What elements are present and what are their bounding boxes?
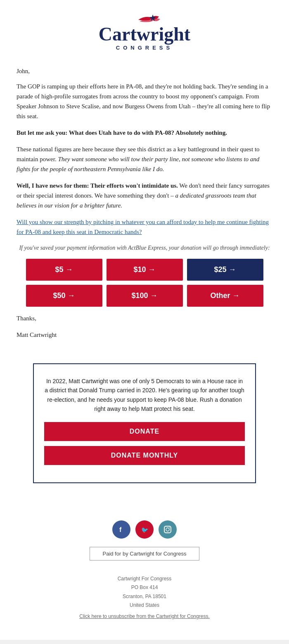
paragraph-3: Well, I have news for them: Their effort… — [17, 181, 272, 210]
address-line-3: Scranton, PA 18501 — [0, 592, 289, 601]
svg-text:Cartwright: Cartwright — [99, 24, 191, 45]
footer-address: Cartwright For Congress PO Box 414 Scran… — [0, 575, 289, 610]
instagram-icon[interactable] — [159, 520, 177, 539]
donate-other-button[interactable]: Other → — [187, 285, 263, 307]
donate-50-button[interactable]: $50 → — [26, 285, 102, 307]
address-line-2: PO Box 414 — [0, 583, 289, 592]
address-line-4: United States — [0, 601, 289, 610]
svg-text:f: f — [119, 526, 122, 533]
donate-5-button[interactable]: $5 → — [26, 259, 102, 281]
email-wrapper: Cartwright CONGRESS John, The GOP is ram… — [0, 0, 289, 640]
info-box: In 2022, Matt Cartwright was one of only… — [33, 363, 256, 483]
donate-100-button[interactable]: $100 → — [107, 285, 183, 307]
donation-buttons: $5 → $10 → $25 → $50 → $100 → Other → — [17, 259, 272, 307]
donate-10-button[interactable]: $10 → — [107, 259, 183, 281]
svg-point-6 — [166, 528, 169, 531]
cta-link-section[interactable]: Will you show our strength by pitching i… — [17, 217, 272, 237]
twitter-icon[interactable]: 🐦 — [135, 520, 154, 539]
svg-text:CONGRESS: CONGRESS — [116, 45, 173, 51]
unsubscribe-link[interactable]: Click here to unsubscribe from the Cartw… — [0, 613, 289, 619]
info-box-text: In 2022, Matt Cartwright was one of only… — [44, 377, 245, 414]
header: Cartwright CONGRESS — [0, 0, 289, 64]
svg-text:🐦: 🐦 — [141, 527, 149, 534]
paid-for-text: Paid for by Cartwright for Congress — [90, 547, 199, 561]
actblue-note: If you've saved your payment information… — [17, 243, 272, 252]
address-line-1: Cartwright For Congress — [0, 575, 289, 584]
svg-point-7 — [169, 527, 170, 528]
main-content: John, The GOP is ramping up their effort… — [0, 64, 289, 359]
svg-rect-5 — [164, 526, 171, 533]
donate-25-button[interactable]: $25 → — [187, 259, 263, 281]
signature: Matt Cartwright — [17, 332, 272, 339]
footer: f 🐦 Paid for by Cartwright for Congress … — [0, 496, 289, 640]
donate-monthly-button[interactable]: DONATE MONTHLY — [44, 446, 245, 465]
paragraph-3-bold: Well, I have news for them: Their effort… — [17, 182, 178, 189]
donate-button[interactable]: DONATE — [44, 422, 245, 441]
greeting: John, — [17, 68, 272, 75]
bold-paragraph: But let me ask you: What does Utah have … — [17, 128, 272, 138]
cta-link[interactable]: Will you show our strength by pitching i… — [17, 219, 269, 235]
facebook-icon[interactable]: f — [112, 520, 130, 539]
social-icons: f 🐦 — [0, 520, 289, 539]
unsubscribe-anchor[interactable]: Click here to unsubscribe from the Cartw… — [79, 613, 209, 619]
closing: Thanks, — [17, 315, 272, 322]
logo-svg: Cartwright CONGRESS — [91, 12, 198, 54]
paragraph-1: The GOP is ramping up their efforts here… — [17, 81, 272, 121]
paragraph-2: These national figures are here because … — [17, 144, 272, 174]
logo-area: Cartwright CONGRESS — [91, 12, 198, 55]
